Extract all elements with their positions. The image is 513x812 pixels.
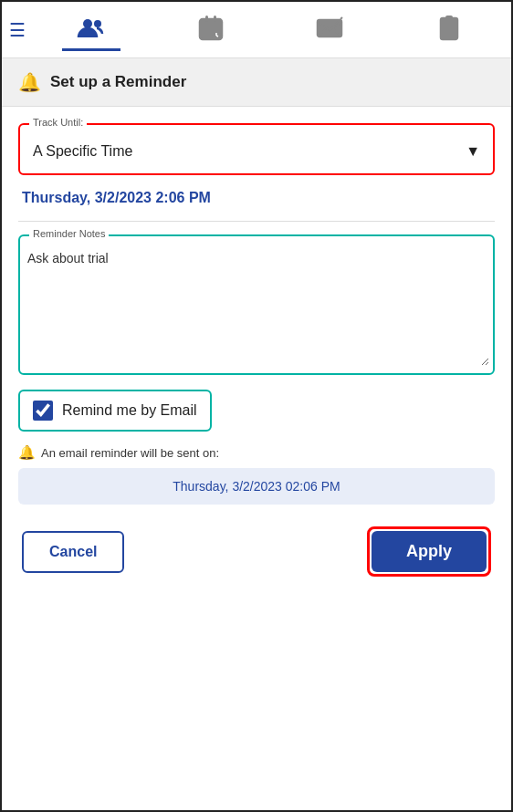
svg-rect-4	[205, 16, 208, 22]
svg-point-1	[94, 20, 101, 27]
email-reminder-checkbox[interactable]	[33, 401, 53, 421]
track-until-select[interactable]: A Specific Time Forever Until Replied Un…	[24, 134, 489, 168]
apply-button-wrapper: Apply	[367, 526, 491, 577]
svg-line-8	[216, 36, 218, 36]
svg-rect-11	[445, 16, 453, 21]
page-title: Set up a Reminder	[50, 73, 186, 91]
footer-buttons: Cancel Apply	[18, 526, 495, 577]
email-reminder-label: Remind me by Email	[62, 402, 197, 419]
svg-point-0	[83, 19, 92, 28]
content-area: Track Until: A Specific Time Forever Unt…	[2, 107, 511, 589]
track-until-field: Track Until: A Specific Time Forever Unt…	[18, 123, 495, 175]
email-reminder-note: 🔔 An email reminder will be sent on:	[18, 444, 495, 461]
nav-email[interactable]	[300, 8, 359, 51]
reminder-notes-input[interactable]: Ask about trial	[24, 247, 489, 366]
reminder-notes-field: Reminder Notes Ask about trial	[18, 234, 495, 375]
divider	[18, 221, 495, 222]
track-until-select-wrapper: A Specific Time Forever Until Replied Un…	[24, 134, 489, 168]
email-reminder-row[interactable]: Remind me by Email	[18, 390, 212, 432]
date-display: Thursday, 3/2/2023 2:06 PM	[18, 188, 495, 208]
nav-schedule[interactable]	[182, 8, 240, 51]
svg-rect-5	[214, 16, 216, 22]
hamburger-menu[interactable]: ☰	[9, 19, 26, 41]
apply-button[interactable]: Apply	[372, 531, 487, 572]
svg-rect-10	[441, 18, 457, 39]
page-header: 🔔 Set up a Reminder	[2, 58, 511, 107]
bell-icon: 🔔	[18, 71, 41, 93]
nav-icons	[37, 8, 504, 51]
email-reminder-note-text: An email reminder will be sent on:	[41, 446, 219, 460]
reminder-notes-label: Reminder Notes	[29, 228, 109, 239]
cancel-button[interactable]: Cancel	[22, 531, 124, 573]
top-nav: ☰	[2, 2, 511, 58]
bell-small-icon: 🔔	[18, 444, 36, 461]
track-until-label: Track Until:	[29, 117, 87, 128]
email-send-date: Thursday, 3/2/2023 02:06 PM	[18, 468, 495, 505]
nav-clipboard[interactable]	[420, 8, 478, 51]
nav-contacts[interactable]	[62, 8, 120, 51]
